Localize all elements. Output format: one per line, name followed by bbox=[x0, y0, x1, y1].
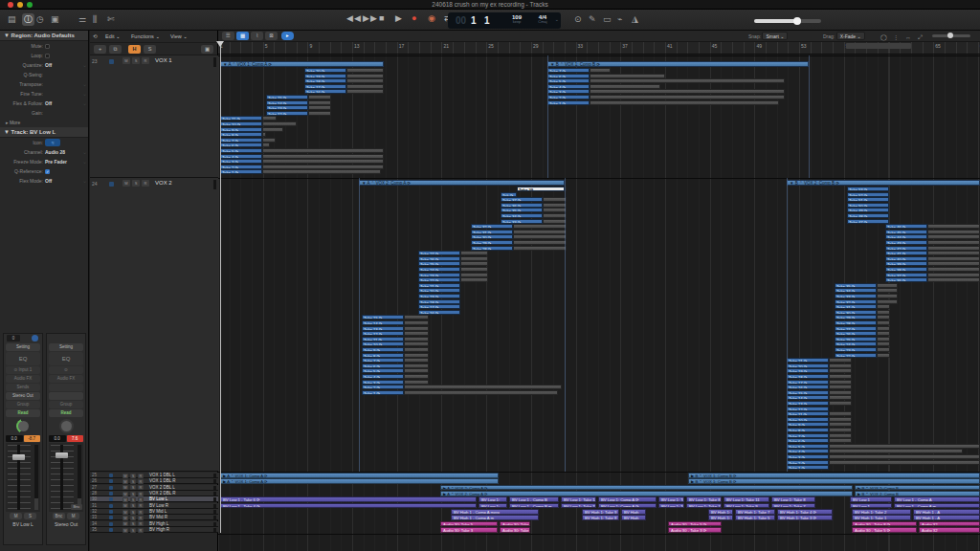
take-region[interactable]: Take 17 ⟳ bbox=[787, 380, 829, 385]
take-waveform-bar[interactable] bbox=[927, 261, 980, 266]
peak-value[interactable]: -8.7 bbox=[24, 435, 41, 442]
setting-button[interactable]: Setting bbox=[49, 343, 83, 351]
take-waveform-bar[interactable] bbox=[404, 380, 429, 385]
take-waveform-bar[interactable] bbox=[590, 78, 785, 83]
solo-button[interactable]: S bbox=[130, 497, 136, 502]
take-waveform-bar[interactable] bbox=[543, 208, 567, 212]
region-row-0[interactable]: Mute: bbox=[0, 41, 88, 51]
take-waveform-bar[interactable] bbox=[262, 169, 381, 174]
audio-region[interactable]: BV High 1: Take 3 ⟳ bbox=[777, 515, 833, 520]
sends-slot[interactable]: Sends bbox=[6, 384, 40, 391]
forward-button[interactable]: ▶▶ bbox=[363, 13, 378, 23]
take-waveform-bar[interactable] bbox=[460, 256, 488, 261]
region-row-3[interactable]: Q-Swing: bbox=[0, 70, 88, 79]
take-waveform-bar[interactable] bbox=[543, 213, 567, 218]
record-button[interactable]: R bbox=[138, 474, 144, 478]
take-waveform-bar[interactable] bbox=[308, 100, 331, 105]
solo-button[interactable]: S bbox=[130, 492, 136, 496]
take-region[interactable]: Take 35 ⟳ bbox=[501, 208, 543, 212]
take-waveform-bar[interactable] bbox=[590, 84, 660, 89]
audio-region[interactable]: BV High 1: Take 5 bbox=[735, 515, 775, 520]
track-icon-chip[interactable]: ≈ bbox=[45, 139, 60, 146]
mute-button[interactable]: M bbox=[122, 180, 130, 187]
region-checkbox[interactable] bbox=[45, 44, 50, 49]
audio-region[interactable]: BV High 1: Take 2 bbox=[852, 509, 911, 515]
pointer-tool-icon[interactable]: ⟲ bbox=[93, 31, 98, 43]
bar-ruler[interactable]: 159131721252933374145495357616569 bbox=[218, 42, 980, 55]
take-waveform-bar[interactable] bbox=[590, 68, 611, 73]
take-waveform-bar[interactable] bbox=[404, 347, 429, 352]
gain-reduction-value[interactable]: 0 bbox=[7, 335, 20, 342]
track-header-30[interactable]: 30MSRBV Low L bbox=[90, 496, 218, 502]
take-waveform-bar[interactable] bbox=[829, 449, 963, 453]
take-region[interactable]: Take 7 ⟳ bbox=[787, 433, 829, 438]
audio-region[interactable]: BV Low 1 - Take 4 ⟳ bbox=[220, 503, 477, 509]
take-waveform-bar[interactable] bbox=[404, 331, 429, 336]
take-region[interactable]: Take 7 ⟳ bbox=[362, 358, 404, 363]
editors-icon[interactable]: ⫼ bbox=[93, 13, 97, 26]
solo-button[interactable]: S bbox=[132, 57, 140, 64]
audio-region[interactable]: BV Low 1 - Comp A m bbox=[894, 503, 980, 509]
take-region[interactable]: Take 41 ⟳ bbox=[885, 251, 927, 255]
record-button[interactable]: R bbox=[138, 516, 144, 520]
mute-button[interactable]: M bbox=[122, 528, 128, 533]
take-waveform-bar[interactable] bbox=[829, 411, 852, 416]
take-region[interactable]: Take 46 ⟳ bbox=[885, 224, 927, 229]
take-region[interactable]: Take 5 ⟳ bbox=[787, 444, 829, 449]
take-region[interactable]: Take 38 ⟳ bbox=[885, 267, 927, 272]
volume-fader[interactable]: Bnc bbox=[49, 443, 83, 512]
audio-region[interactable]: BV High bbox=[621, 515, 646, 520]
audio-region[interactable]: BV Low 1 - Comp B bbox=[509, 496, 559, 502]
take-waveform-bar[interactable] bbox=[460, 267, 488, 272]
take-waveform-bar[interactable] bbox=[877, 342, 890, 346]
take-region[interactable]: Take 15 ⟳ bbox=[266, 95, 308, 99]
audio-region[interactable]: BV Low 1: bbox=[479, 496, 507, 502]
count-in-icon[interactable]: ▭ bbox=[603, 13, 612, 26]
library-icon[interactable]: ▤ bbox=[8, 13, 16, 26]
take-region[interactable]: Take 24 ⟳ bbox=[418, 267, 460, 272]
track-stepper-icon[interactable]: ⌵ bbox=[83, 179, 86, 184]
take-region[interactable]: Tak ⟳ bbox=[501, 192, 517, 197]
take-region[interactable]: Take 18 ⟳ bbox=[787, 374, 829, 379]
region-row-7[interactable]: Gain: bbox=[0, 108, 88, 118]
audio-region[interactable]: BV Low 1: Take 8 bbox=[771, 496, 815, 502]
take-waveform-bar[interactable] bbox=[346, 89, 384, 94]
audio-region[interactable]: BV Low 1 - Take 6 ⟳ bbox=[220, 496, 477, 502]
collapsed-take-folder[interactable]: ▶ B ⌃ VOX 2: Comp B bbox=[855, 491, 980, 496]
menu-view[interactable]: View ⌄ bbox=[170, 31, 188, 43]
record-enable-icon[interactable] bbox=[109, 479, 113, 483]
region-stepper-icon[interactable]: ⌵ bbox=[83, 63, 86, 68]
take-region[interactable]: Take 25 ⟳ bbox=[418, 261, 460, 266]
take-region[interactable]: Take 17 ⟳ bbox=[304, 84, 346, 89]
mute-button[interactable]: M bbox=[122, 57, 130, 64]
mute-button[interactable]: M bbox=[122, 485, 128, 490]
audio-region[interactable]: BV Low 1 - Comp B m bbox=[509, 503, 559, 509]
region-stepper-icon[interactable]: ⌵ bbox=[83, 92, 86, 97]
take-region[interactable]: Take 37 ⟳ bbox=[885, 273, 927, 277]
take-region[interactable]: Take 53 ⟳ bbox=[847, 187, 889, 191]
bounce-button[interactable]: Bnc bbox=[71, 504, 82, 510]
audio-region[interactable]: BV High 1: Take 7 bbox=[735, 509, 775, 515]
volume-value[interactable]: 0.0 bbox=[49, 435, 66, 442]
fader-cap[interactable] bbox=[56, 452, 68, 458]
take-waveform-bar[interactable] bbox=[404, 358, 429, 363]
solo-tracks-button[interactable]: S bbox=[144, 45, 156, 54]
audio-region[interactable]: BV High 1 - A bbox=[913, 515, 980, 520]
take-waveform-bar[interactable] bbox=[829, 358, 852, 363]
take-waveform-bar[interactable] bbox=[404, 374, 429, 379]
take-waveform-bar[interactable] bbox=[404, 320, 429, 325]
take-region[interactable]: Take 33 ⟳ bbox=[501, 219, 543, 224]
take-region[interactable]: Take 13 ⟳ bbox=[787, 401, 829, 406]
record-button[interactable]: R bbox=[138, 485, 144, 490]
region-row-6[interactable]: Flex & Follow:Off⌵ bbox=[0, 99, 88, 108]
take-region[interactable]: Take 5 ⟳ bbox=[547, 78, 590, 83]
take-waveform-bar[interactable] bbox=[829, 454, 980, 459]
metronome-icon[interactable]: ◮ bbox=[632, 13, 638, 26]
take-region[interactable]: Take 49 ⟳ bbox=[847, 208, 889, 212]
take-region[interactable]: Take 5 ⟳ bbox=[362, 368, 404, 373]
region-value[interactable]: Off bbox=[45, 100, 52, 106]
track-row-2[interactable]: Freeze Mode:Pre Fader⌵ bbox=[0, 157, 88, 166]
region-row-4[interactable]: Transpose:⌵ bbox=[0, 79, 88, 89]
audio-region[interactable]: BV High 1 - A bbox=[913, 509, 980, 515]
audio-region[interactable]: BV Low 1: bbox=[479, 503, 507, 509]
